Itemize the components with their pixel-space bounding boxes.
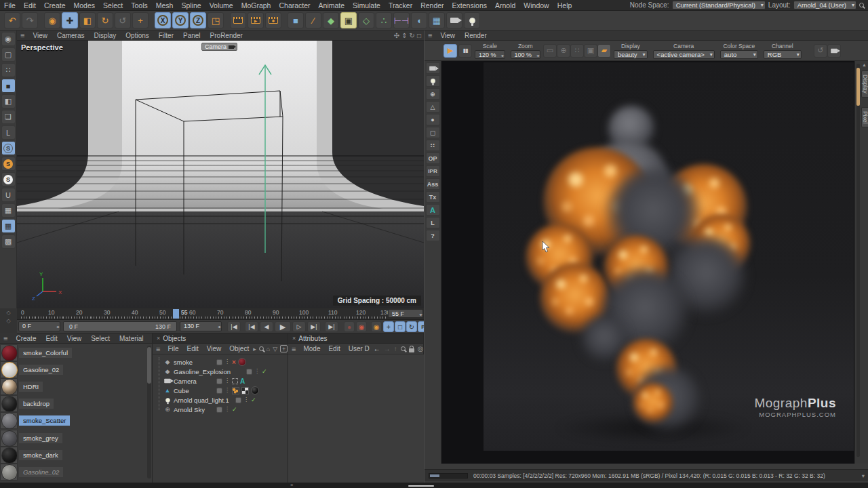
operator-button[interactable]: OP — [426, 152, 440, 164]
scale-spinner[interactable]: 120 % — [475, 50, 505, 59]
spline-effector-button[interactable]: ⊢⊣ — [393, 12, 410, 28]
material-row[interactable]: HDRI — [0, 378, 43, 395]
volume-builder-button[interactable]: ▣ — [340, 12, 357, 28]
history-back-icon[interactable]: ← — [374, 345, 380, 352]
isolate-selected-icon[interactable]: ∷ — [570, 44, 584, 58]
material-scrollbar[interactable] — [147, 346, 151, 479]
rotate-tool[interactable]: ↻ — [97, 12, 113, 28]
texture-mode-button[interactable]: ◧ — [1, 94, 16, 108]
record-button[interactable]: ● — [344, 321, 355, 332]
tab-attributes[interactable]: Attributes — [298, 335, 327, 342]
protection-tag[interactable] — [232, 378, 238, 384]
next-frame-button[interactable]: ▷ — [292, 321, 306, 332]
attr-menu-userdata[interactable]: User D — [344, 345, 374, 352]
menu-mograph[interactable]: MoGraph — [237, 1, 275, 9]
menu-spline[interactable]: Spline — [177, 1, 205, 9]
convert-icon[interactable]: ◉ — [1, 32, 16, 46]
attr-menu-edit[interactable]: Edit — [324, 345, 344, 352]
menu-volume[interactable]: Volume — [205, 1, 237, 9]
x-axis-lock[interactable]: X — [155, 12, 171, 28]
render-enabled-icon[interactable]: ✓ — [251, 396, 256, 403]
object-row-smoke[interactable]: ◆ smoke ⋮ × — [153, 357, 288, 367]
material-row[interactable]: smoke_grey — [0, 430, 62, 447]
parent-up-icon[interactable]: ↑ — [394, 345, 397, 352]
menu-simulate[interactable]: Simulate — [349, 1, 384, 9]
scale-tool[interactable]: ◧ — [79, 12, 96, 28]
menu-character[interactable]: Character — [275, 1, 314, 9]
license-button[interactable]: L — [426, 217, 440, 228]
key-icon[interactable]: ◇ — [6, 318, 10, 324]
noise-icon[interactable]: ∷ — [426, 140, 440, 151]
material-tag[interactable] — [251, 386, 259, 394]
frame-start-spinner[interactable]: 0 F — [18, 321, 60, 331]
z-axis-lock[interactable]: Z — [190, 12, 206, 28]
viewport-dolly-icon[interactable]: ⇕ — [401, 32, 407, 39]
vp-menu-filter[interactable]: Filter — [154, 32, 178, 39]
file-icon[interactable]: ▢ — [426, 127, 440, 138]
menu-arnold[interactable]: Arnold — [491, 1, 519, 9]
menu-animate[interactable]: Animate — [315, 1, 349, 9]
floor-button[interactable]: ▦ — [429, 12, 445, 28]
quantize-button[interactable]: ▩ — [1, 235, 16, 249]
mat-menu-view[interactable]: View — [62, 335, 87, 342]
ipr-render-canvas[interactable]: MographPlus MOGRAPHPLUS.COM — [441, 61, 855, 464]
close-icon[interactable]: × — [157, 335, 160, 342]
marker-icon[interactable]: ◇ — [6, 310, 10, 316]
zoom-spinner[interactable]: 100 % — [511, 50, 541, 59]
display-dropdown[interactable]: beauty — [614, 50, 648, 59]
tx-manager-button[interactable]: Tx — [426, 191, 440, 203]
obj-menu-object[interactable]: Object — [225, 345, 253, 352]
edges-mode-button[interactable]: S — [1, 157, 16, 171]
workplane-mode-button[interactable]: ❏ — [1, 110, 16, 124]
axis-mode-button[interactable]: L — [1, 125, 16, 140]
node-space-dropdown[interactable]: Current (Standard/Physical) — [672, 1, 766, 9]
ass-export-button[interactable]: Ass — [426, 178, 440, 190]
debug-shading-icon[interactable]: ⊕ — [557, 44, 570, 58]
material-row[interactable]: Gasoline_02 — [0, 361, 63, 378]
menu-render[interactable]: Render — [416, 1, 448, 9]
track-icon[interactable]: ◎ — [418, 345, 424, 352]
mograph-cloner-button[interactable]: ∴ — [376, 12, 392, 28]
side-tab-pixel[interactable]: Pixel — [861, 107, 868, 127]
object-row-arnold-sky[interactable]: ⊕ Arnold Sky ⋮ ✓ — [153, 405, 288, 414]
visibility-dots[interactable]: ⋮ — [224, 407, 230, 411]
menu-tools[interactable]: Tools — [127, 1, 152, 9]
menu-file[interactable]: File — [0, 1, 20, 9]
previous-key-button[interactable]: |◀ — [245, 321, 258, 332]
magnet-snap-button[interactable]: U — [1, 188, 16, 202]
visibility-dots[interactable]: ⋮ — [224, 388, 230, 392]
layer-chip[interactable] — [216, 359, 222, 365]
layer-chip[interactable] — [235, 397, 241, 403]
lock-icon[interactable] — [409, 348, 414, 352]
filter-icon[interactable]: ▽ — [273, 346, 277, 352]
channel-dropdown[interactable]: RGB — [764, 50, 802, 59]
render-camera-icon[interactable] — [426, 62, 440, 74]
layout-dropdown[interactable]: Arnold_04 (User) — [793, 1, 856, 9]
mat-menu-edit[interactable]: Edit — [41, 335, 62, 342]
mat-menu-material[interactable]: Material — [115, 335, 149, 342]
render-enabled-icon[interactable]: ✓ — [232, 406, 237, 413]
frame-range-slider[interactable]: 0 F 130 F — [63, 321, 177, 331]
keyframe-selection-button[interactable]: ◉ — [356, 321, 367, 332]
snap-settings-button[interactable]: ▦ — [1, 219, 16, 233]
history-forward-icon[interactable]: → — [384, 345, 391, 352]
progressive-refine-icon[interactable]: ▰ — [597, 44, 611, 58]
volume-icon[interactable]: ● — [426, 114, 440, 125]
previous-frame-button[interactable]: ◀ — [260, 321, 273, 332]
render-view-button[interactable] — [230, 12, 246, 28]
polymesh-icon[interactable]: △ — [426, 101, 440, 113]
menu-window[interactable]: Window — [519, 1, 553, 9]
light-manager-icon[interactable] — [426, 75, 440, 87]
current-frame-spinner[interactable]: 55 F — [388, 309, 423, 318]
object-row-arnold-quad-light[interactable]: Arnold quad_light.1 ⋮ ✓ — [153, 395, 288, 405]
primitive-cube-button[interactable]: ■ — [288, 12, 304, 28]
material-row[interactable]: Gasoline_02 — [0, 464, 63, 481]
vp-menu-options[interactable]: Options — [121, 32, 153, 39]
deformer-button[interactable]: ◖ — [411, 12, 427, 28]
render-picture-viewer-button[interactable]: ▶ — [248, 12, 264, 28]
spline-pen-button[interactable]: ∕ — [305, 12, 321, 28]
menu-select[interactable]: Select — [99, 1, 127, 9]
taskbar-menu-icon[interactable]: ≡ — [290, 483, 293, 487]
camera-button[interactable] — [446, 12, 462, 28]
colorspace-dropdown[interactable]: auto — [720, 50, 758, 59]
